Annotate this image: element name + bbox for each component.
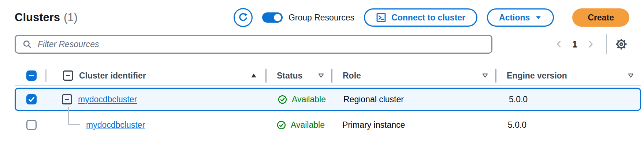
header-actions: Group Resources Connect to cluster Actio… bbox=[234, 8, 629, 27]
indeterminate-minus-icon bbox=[27, 71, 36, 80]
collapse-all-button[interactable] bbox=[63, 70, 73, 81]
status-cell: Available bbox=[265, 120, 331, 130]
row-checkbox[interactable] bbox=[26, 94, 37, 104]
column-header-role[interactable]: Role bbox=[331, 69, 495, 83]
next-page-button[interactable] bbox=[583, 37, 598, 51]
tree-connector bbox=[68, 107, 80, 125]
column-label-engine-version: Engine version bbox=[507, 71, 567, 81]
toggle-knob bbox=[274, 14, 281, 21]
row-checkbox[interactable] bbox=[26, 120, 37, 130]
status-cell: Available bbox=[267, 95, 332, 104]
check-icon bbox=[27, 95, 36, 104]
collapse-minus-icon bbox=[65, 99, 69, 100]
actions-label: Actions bbox=[499, 13, 530, 23]
status-available-icon bbox=[278, 95, 287, 104]
current-page-number: 1 bbox=[572, 39, 577, 50]
column-label-status: Status bbox=[277, 71, 302, 81]
sort-ascending-icon bbox=[250, 72, 257, 79]
column-label-cluster-identifier: Cluster identifier bbox=[79, 71, 146, 81]
create-button[interactable]: Create bbox=[572, 8, 629, 27]
page-title: Clusters (1) bbox=[15, 11, 78, 24]
column-header-engine-version[interactable]: Engine version bbox=[495, 69, 641, 83]
column-label-role: Role bbox=[343, 71, 361, 81]
caret-down-icon bbox=[535, 14, 542, 21]
column-header-cluster-identifier[interactable]: Cluster identifier bbox=[15, 69, 265, 83]
previous-page-button[interactable] bbox=[552, 37, 566, 51]
role-cell: Primary instance bbox=[331, 120, 495, 130]
status-text: Available bbox=[292, 95, 326, 104]
table-row-cluster[interactable]: mydocdbcluster Available Regional cluste… bbox=[15, 88, 641, 111]
status-text: Available bbox=[291, 120, 325, 130]
connect-to-cluster-label: Connect to cluster bbox=[391, 13, 465, 23]
clusters-page: Clusters (1) Group Resources bbox=[0, 0, 644, 139]
cluster-identifier-cell: mydocdbcluster bbox=[15, 111, 265, 139]
refresh-icon bbox=[238, 12, 249, 23]
engine-version-cell: 5.0.0 bbox=[496, 95, 640, 104]
sort-toggle-icon bbox=[627, 72, 634, 79]
chevron-right-icon bbox=[586, 39, 595, 49]
toolbar-divider bbox=[606, 34, 607, 54]
sort-toggle-icon bbox=[317, 72, 325, 79]
gear-icon bbox=[615, 38, 627, 50]
collapse-minus-icon bbox=[66, 75, 70, 76]
pagination: 1 bbox=[552, 34, 629, 54]
search-icon bbox=[22, 39, 32, 49]
header-bar: Clusters (1) Group Resources bbox=[15, 7, 629, 28]
settings-button[interactable] bbox=[613, 36, 629, 52]
group-resources-toggle-group: Group Resources bbox=[262, 12, 354, 23]
cluster-count: (1) bbox=[64, 11, 78, 24]
table-row-instance[interactable]: mydocdbcluster Available Primary instanc… bbox=[15, 111, 641, 139]
instance-link[interactable]: mydocdbcluster bbox=[86, 120, 145, 130]
cluster-identifier-cell: mydocdbcluster bbox=[16, 89, 267, 110]
column-header-status[interactable]: Status bbox=[265, 69, 331, 83]
filter-bar: 1 bbox=[15, 34, 629, 54]
table-header-row: Cluster identifier Status Role Engine ve… bbox=[15, 66, 641, 86]
status-available-icon bbox=[276, 120, 286, 130]
cluster-link[interactable]: mydocdbcluster bbox=[78, 95, 137, 104]
select-all-checkbox[interactable] bbox=[26, 70, 37, 81]
filter-resources-input[interactable] bbox=[37, 39, 485, 50]
chevron-left-icon bbox=[554, 39, 564, 49]
filter-box bbox=[15, 35, 492, 54]
header-mini-divider bbox=[45, 69, 46, 82]
refresh-button[interactable] bbox=[234, 8, 253, 27]
role-cell: Regional cluster bbox=[332, 95, 496, 104]
engine-version-cell: 5.0.0 bbox=[495, 120, 641, 130]
group-resources-toggle[interactable] bbox=[262, 12, 283, 23]
collapse-row-button[interactable] bbox=[62, 94, 72, 104]
connect-to-cluster-button[interactable]: Connect to cluster bbox=[364, 8, 477, 27]
sort-toggle-icon bbox=[481, 72, 489, 79]
page-title-text: Clusters bbox=[15, 11, 60, 24]
actions-button[interactable]: Actions bbox=[487, 8, 554, 27]
clusters-table: Cluster identifier Status Role Engine ve… bbox=[15, 66, 641, 139]
group-resources-label: Group Resources bbox=[289, 13, 354, 23]
terminal-icon bbox=[376, 12, 386, 23]
